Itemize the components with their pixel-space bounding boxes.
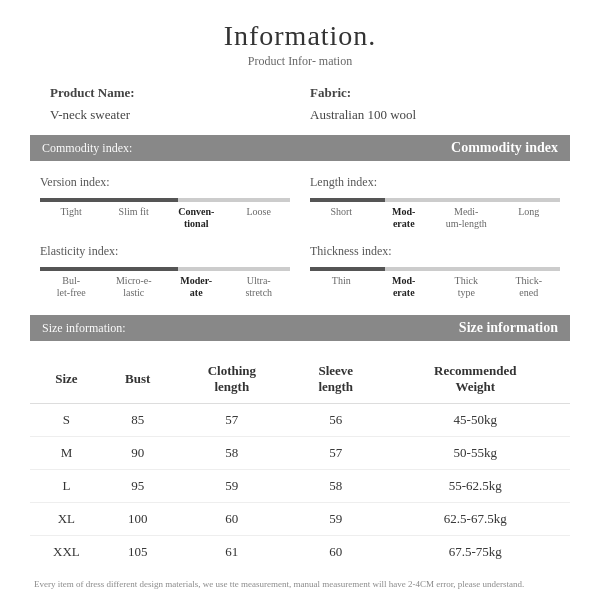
elasticity-index-label: Elasticity index: (40, 244, 290, 259)
product-name-col: Product Name: V-neck sweater (50, 85, 290, 123)
version-index-label: Version index: (40, 175, 290, 190)
table-row: XL100605962.5-67.5kg (30, 503, 570, 536)
thickness-scale: Thin Mod-erate Thicktype Thick-ened (310, 267, 560, 299)
col-recommended-weight: RecommendedWeight (380, 355, 570, 404)
cell-0-3: 56 (291, 404, 381, 437)
cell-0-1: 85 (103, 404, 173, 437)
cell-1-3: 57 (291, 437, 381, 470)
version-index-group: Version index: Tight Slim fit Conven-tio… (40, 175, 290, 230)
cell-1-2: 58 (173, 437, 291, 470)
table-row: M90585750-55kg (30, 437, 570, 470)
elasticity-index-group: Elasticity index: Bul-let-free Micro-e-l… (40, 244, 290, 299)
thickness-opt-0: Thin (310, 275, 373, 299)
cell-2-2: 59 (173, 470, 291, 503)
thickness-index-label: Thickness index: (310, 244, 560, 259)
length-index-label: Length index: (310, 175, 560, 190)
commodity-header-label: Commodity index: (42, 141, 132, 156)
cell-2-3: 58 (291, 470, 381, 503)
cell-4-0: XXL (30, 536, 103, 569)
cell-1-1: 90 (103, 437, 173, 470)
cell-3-1: 100 (103, 503, 173, 536)
size-section-header: Size information: Size information (30, 315, 570, 341)
page: Information. Product Infor- mation Produ… (0, 0, 600, 600)
cell-3-4: 62.5-67.5kg (380, 503, 570, 536)
thickness-opt-3: Thick-ened (498, 275, 561, 299)
version-options: Tight Slim fit Conven-tional Loose (40, 206, 290, 230)
length-opt-3: Long (498, 206, 561, 230)
cell-3-0: XL (30, 503, 103, 536)
cell-1-0: M (30, 437, 103, 470)
subtitle: Product Infor- mation (30, 54, 570, 69)
fabric-label: Fabric: (310, 85, 550, 101)
cell-0-0: S (30, 404, 103, 437)
product-name-value: V-neck sweater (50, 107, 290, 123)
commodity-section-header: Commodity index: Commodity index (30, 135, 570, 161)
cell-2-0: L (30, 470, 103, 503)
elasticity-opt-0: Bul-let-free (40, 275, 103, 299)
cell-1-4: 50-55kg (380, 437, 570, 470)
cell-2-4: 55-62.5kg (380, 470, 570, 503)
cell-4-2: 61 (173, 536, 291, 569)
size-header-label: Size information: (42, 321, 126, 336)
table-header-row: Size Bust Clothinglength Sleevelength Re… (30, 355, 570, 404)
version-opt-2: Conven-tional (165, 206, 228, 230)
footnote: Every item of dress different design mat… (30, 578, 570, 591)
table-row: L95595855-62.5kg (30, 470, 570, 503)
length-scale: Short Mod-erate Medi-um-length Long (310, 198, 560, 230)
col-bust: Bust (103, 355, 173, 404)
product-name-label: Product Name: (50, 85, 290, 101)
thickness-index-group: Thickness index: Thin Mod-erate Thicktyp… (310, 244, 560, 299)
cell-4-1: 105 (103, 536, 173, 569)
cell-4-4: 67.5-75kg (380, 536, 570, 569)
version-opt-1: Slim fit (103, 206, 166, 230)
cell-3-3: 59 (291, 503, 381, 536)
length-opt-0: Short (310, 206, 373, 230)
col-clothing-length: Clothinglength (173, 355, 291, 404)
fabric-col: Fabric: Australian 100 wool (310, 85, 550, 123)
size-header-title: Size information (459, 320, 558, 336)
cell-3-2: 60 (173, 503, 291, 536)
thickness-options: Thin Mod-erate Thicktype Thick-ened (310, 275, 560, 299)
table-row: XXL105616067.5-75kg (30, 536, 570, 569)
version-opt-3: Loose (228, 206, 291, 230)
cell-0-2: 57 (173, 404, 291, 437)
thickness-opt-2: Thicktype (435, 275, 498, 299)
col-sleeve-length: Sleevelength (291, 355, 381, 404)
product-info-section: Product Name: V-neck sweater Fabric: Aus… (30, 85, 570, 123)
version-opt-0: Tight (40, 206, 103, 230)
col-size: Size (30, 355, 103, 404)
cell-2-1: 95 (103, 470, 173, 503)
length-index-group: Length index: Short Mod-erate Medi-um-le… (310, 175, 560, 230)
thickness-opt-1: Mod-erate (373, 275, 436, 299)
elasticity-opt-2: Moder-ate (165, 275, 228, 299)
size-table: Size Bust Clothinglength Sleevelength Re… (30, 355, 570, 568)
version-scale: Tight Slim fit Conven-tional Loose (40, 198, 290, 230)
length-opt-2: Medi-um-length (435, 206, 498, 230)
cell-0-4: 45-50kg (380, 404, 570, 437)
elasticity-options: Bul-let-free Micro-e-lastic Moder-ate Ul… (40, 275, 290, 299)
cell-4-3: 60 (291, 536, 381, 569)
length-opt-1: Mod-erate (373, 206, 436, 230)
elasticity-scale: Bul-let-free Micro-e-lastic Moder-ate Ul… (40, 267, 290, 299)
commodity-grid: Version index: Tight Slim fit Conven-tio… (30, 175, 570, 299)
commodity-header-title: Commodity index (451, 140, 558, 156)
fabric-value: Australian 100 wool (310, 107, 550, 123)
main-title: Information. (30, 20, 570, 52)
elasticity-opt-1: Micro-e-lastic (103, 275, 166, 299)
elasticity-opt-3: Ultra-stretch (228, 275, 291, 299)
size-table-section: Size information: Size information Size … (30, 315, 570, 591)
length-options: Short Mod-erate Medi-um-length Long (310, 206, 560, 230)
table-row: S85575645-50kg (30, 404, 570, 437)
